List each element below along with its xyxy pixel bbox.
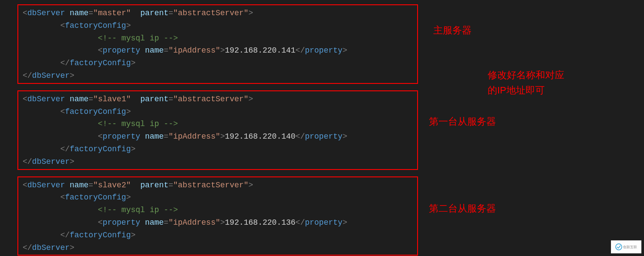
attr-name: name bbox=[70, 9, 88, 17]
tag-property-close: property bbox=[305, 218, 342, 227]
comment: <!-- mysql ip --> bbox=[98, 34, 178, 43]
attr-parent: parent bbox=[140, 181, 169, 190]
main-area: <dbServer name="master" parent="abstract… bbox=[0, 0, 644, 256]
attr-name: name bbox=[70, 95, 88, 103]
tag-dbserver-close: dbServer bbox=[32, 243, 70, 252]
attr-name: name bbox=[70, 181, 88, 190]
watermark-logo: 创新互联 bbox=[611, 240, 641, 253]
tag-dbserver: dbServer bbox=[27, 9, 65, 17]
tag-factoryconfig-close: factoryConfig bbox=[70, 231, 131, 239]
annotation-side-note: 修改好名称和对应的IP地址即可 bbox=[488, 67, 566, 98]
tag-dbserver: dbServer bbox=[27, 95, 65, 103]
tag-factoryconfig-close: factoryConfig bbox=[70, 145, 131, 153]
annotation-master: 主服务器 bbox=[433, 24, 472, 37]
tag-property: property bbox=[103, 132, 140, 141]
tag-property-close: property bbox=[305, 46, 342, 55]
name-val: slave1 bbox=[98, 95, 126, 103]
attr-name: name bbox=[145, 46, 164, 55]
prop-attr-val: ipAddress bbox=[173, 218, 216, 227]
attr-name: name bbox=[145, 218, 164, 227]
code-block-master: <dbServer name="master" parent="abstract… bbox=[17, 4, 418, 84]
comment: <!-- mysql ip --> bbox=[98, 206, 178, 214]
parent-val: abstractServer bbox=[178, 9, 244, 17]
ip-address: 192.168.220.140 bbox=[225, 132, 296, 141]
ip-address: 192.168.220.136 bbox=[225, 218, 296, 227]
tag-dbserver: dbServer bbox=[27, 181, 65, 190]
tag-property: property bbox=[103, 218, 140, 227]
parent-val: abstractServer bbox=[178, 95, 244, 103]
prop-attr-val: ipAddress bbox=[173, 46, 216, 55]
tag-factoryconfig-close: factoryConfig bbox=[70, 59, 131, 67]
code-block-slave1: <dbServer name="slave1" parent="abstract… bbox=[17, 90, 418, 170]
tag-dbserver-close: dbServer bbox=[32, 157, 70, 166]
tag-property-close: property bbox=[305, 132, 342, 141]
ip-address: 192.168.220.141 bbox=[225, 46, 296, 55]
tag-property: property bbox=[103, 46, 140, 55]
name-val: slave2 bbox=[98, 181, 126, 190]
parent-val: abstractServer bbox=[178, 181, 244, 190]
name-val: master bbox=[98, 9, 126, 17]
prop-attr-val: ipAddress bbox=[173, 132, 216, 141]
tag-factoryconfig: factoryConfig bbox=[65, 21, 126, 30]
tag-factoryconfig: factoryConfig bbox=[65, 193, 126, 202]
code-block-slave2: <dbServer name="slave2" parent="abstract… bbox=[17, 176, 418, 256]
attr-parent: parent bbox=[140, 95, 169, 103]
annotation-slave2: 第二台从服务器 bbox=[429, 202, 496, 215]
tag-factoryconfig: factoryConfig bbox=[65, 107, 126, 116]
svg-point-0 bbox=[616, 244, 622, 250]
comment: <!-- mysql ip --> bbox=[98, 120, 178, 128]
tag-dbserver-close: dbServer bbox=[32, 71, 70, 80]
watermark-text: 创新互联 bbox=[623, 245, 637, 249]
annotation-slave1: 第一台从服务器 bbox=[429, 115, 496, 128]
attr-name: name bbox=[145, 132, 164, 141]
attr-parent: parent bbox=[140, 9, 169, 17]
logo-icon bbox=[615, 243, 622, 250]
